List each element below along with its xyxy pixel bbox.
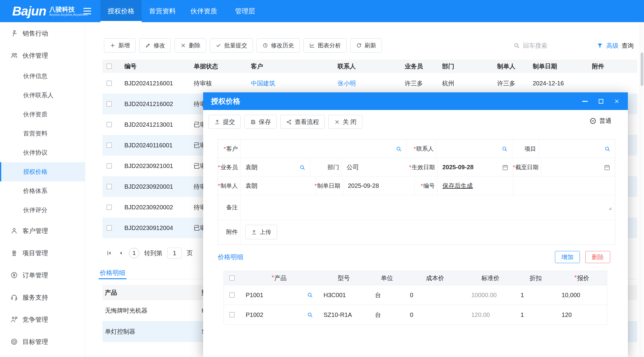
detail-cell-quote[interactable]: 10,000 [556, 292, 608, 299]
sidebar-item-partner-agreement[interactable]: 伙伴协议 [0, 143, 85, 162]
sidebar-item-partner-qualification[interactable]: 伙伴资质 [0, 105, 85, 124]
detail-select-all-checkbox[interactable] [229, 275, 235, 281]
sidebar-item-partner-contacts[interactable]: 伙伴联系人 [0, 86, 85, 105]
calendar-icon [502, 164, 509, 171]
detail-cell-discount[interactable]: 1 [515, 292, 556, 299]
minimize-icon[interactable] [582, 98, 588, 105]
target-icon [10, 338, 18, 345]
mode-toggle[interactable]: 普通 [589, 117, 611, 125]
maximize-icon [597, 98, 604, 105]
row-checkbox[interactable] [106, 184, 112, 189]
sidebar-item-project-management[interactable]: 项目管理 [0, 242, 85, 264]
detail-row[interactable]: P1001 H3C001 台 0 10000.00 1 10,000 [223, 285, 607, 305]
row-checkbox[interactable] [106, 81, 112, 86]
detail-row[interactable]: P1002 SZ10-R1A 台 0 120.00 1 120 [223, 305, 607, 325]
sidebar-item-partner-info[interactable]: 伙伴信息 [0, 67, 85, 86]
add-row-button[interactable]: 增加 [555, 251, 580, 263]
header-salesman: 业务员 [405, 62, 442, 70]
sidebar-item-competition-management[interactable]: 竞争管理 [0, 308, 85, 331]
sidebar-item-sales-action[interactable]: 销售行动 [0, 22, 85, 44]
sidebar-item-authorized-price[interactable]: 授权价格 [0, 162, 85, 181]
first-page-icon[interactable] [106, 250, 113, 256]
row-checkbox[interactable] [106, 163, 112, 169]
dialog-form: *客户 *联系人 项目 *业务员 袁朗 部门 公司 *生效日期 2025-09-… [218, 139, 615, 245]
cell-dept: 杭州 [442, 79, 497, 88]
view-flow-button[interactable]: 查看流程 [280, 115, 325, 129]
vertical-scrollbar[interactable] [640, 22, 644, 357]
goto-page-input[interactable] [167, 248, 182, 259]
sidebar-item-service-support[interactable]: 服务支持 [0, 286, 85, 308]
sidebar-item-partner-management[interactable]: 伙伴管理 [0, 44, 85, 67]
until-date-field[interactable] [541, 158, 615, 176]
dept-field[interactable]: 公司 [342, 158, 411, 176]
tab-management[interactable]: 管理层 [224, 0, 266, 22]
advanced-link[interactable]: 高级 [606, 42, 618, 50]
search-input[interactable] [523, 42, 594, 49]
save-button[interactable]: 保存 [244, 115, 277, 129]
detail-row-checkbox[interactable] [229, 312, 235, 318]
effective-date-field[interactable]: 2025-09-28 [438, 158, 513, 176]
remark-field[interactable] [241, 195, 615, 220]
prev-page-icon[interactable] [117, 250, 124, 256]
cell-customer-link[interactable]: 中国建筑 [251, 79, 338, 88]
effective-date-label: *生效日期 [411, 158, 438, 176]
sidebar-item-order-management[interactable]: 订单管理 [0, 264, 85, 286]
delete-button[interactable]: 删除 [175, 38, 206, 53]
tab-first-camp-data[interactable]: 首营资料 [142, 0, 183, 22]
detail-row-checkbox[interactable] [229, 292, 235, 298]
chart-analysis-button[interactable]: 图表分析 [303, 38, 347, 53]
delete-row-button[interactable]: 删除 [585, 251, 610, 263]
sidebar-item-target-management[interactable]: 目标管理 [0, 331, 85, 353]
customer-field[interactable] [241, 140, 407, 158]
close-icon[interactable] [613, 98, 620, 105]
app-window: Bajun 八骏科技 Anyone,Anytime,Anywhere! 授权价格… [0, 0, 644, 357]
row-checkbox[interactable] [106, 225, 112, 231]
brand-logo[interactable]: Bajun 八骏科技 Anyone,Anytime,Anywhere! [0, 5, 77, 17]
row-checkbox[interactable] [106, 101, 112, 107]
cell-code: BJD20241213001 [124, 121, 194, 128]
table-row[interactable]: BJD20241216001 待审核 中国建筑 张小明 许三多 杭州 许三多 2… [102, 73, 637, 94]
row-checkbox[interactable] [106, 142, 112, 148]
detail-cell-cost[interactable]: 0 [404, 292, 466, 299]
floppy-icon [250, 119, 256, 125]
sidebar-item-first-camp-data[interactable]: 首营资料 [0, 124, 85, 143]
history-button[interactable]: 修改历史 [257, 38, 300, 53]
select-all-checkbox[interactable] [106, 64, 112, 69]
current-page[interactable]: 1 [129, 248, 139, 258]
detail-cell-quote[interactable]: 120 [556, 311, 608, 318]
cell-contact-link[interactable]: 张小明 [338, 79, 405, 88]
detail-cell-product[interactable]: P1001 [240, 292, 318, 299]
detail-cell-cost[interactable]: 0 [404, 311, 466, 318]
row-checkbox[interactable] [106, 122, 112, 127]
add-button[interactable]: 新增 [104, 38, 136, 53]
detail-cell-discount[interactable]: 1 [515, 311, 556, 318]
sidebar-item-partner-rating[interactable]: 伙伴评分 [0, 201, 85, 220]
batch-submit-button[interactable]: 批量提交 [210, 38, 253, 53]
creator-field[interactable]: 袁朗 [241, 177, 316, 195]
edit-button[interactable]: 修改 [139, 38, 171, 53]
tab-authorized-price[interactable]: 授权价格 [100, 0, 142, 22]
create-date-field[interactable]: 2025-09-28 [343, 177, 415, 195]
contact-field[interactable] [436, 140, 512, 158]
sidebar-item-price-system[interactable]: 价格体系 [0, 181, 85, 201]
upload-icon [214, 119, 220, 125]
refresh-button[interactable]: 刷新 [350, 38, 382, 53]
tab-price-detail[interactable]: 价格明细 [99, 266, 126, 279]
empty-cell [513, 177, 615, 195]
sidebar-item-customer-management[interactable]: 客户管理 [0, 220, 85, 242]
row-checkbox[interactable] [106, 204, 112, 210]
submit-button[interactable]: 提交 [209, 115, 241, 129]
project-field[interactable] [539, 140, 615, 158]
plus-icon [110, 43, 116, 48]
scrollbar-thumb[interactable] [641, 53, 643, 86]
upload-button[interactable]: 上传 [245, 225, 277, 239]
share-flow-icon [286, 119, 292, 125]
filter-funnel-icon[interactable] [597, 42, 603, 49]
tab-partner-qualification[interactable]: 伙伴资质 [183, 0, 224, 22]
x-icon [180, 43, 186, 48]
salesman-field[interactable]: 袁朗 [241, 158, 310, 176]
query-label[interactable]: 查询 [621, 42, 634, 50]
close-dialog-button[interactable]: 关 闭 [328, 115, 362, 129]
detail-cell-standard: 10000.00 [466, 292, 515, 299]
detail-cell-product[interactable]: P1002 [240, 311, 318, 318]
